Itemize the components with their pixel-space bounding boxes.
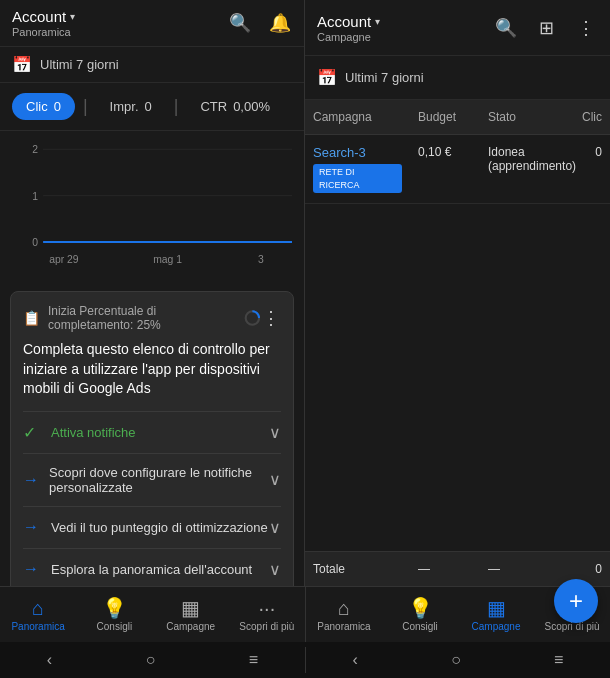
right-search-icon[interactable]: 🔍 <box>494 16 518 40</box>
nav-label-more: Scopri di più <box>239 621 294 632</box>
nav-label-consigli: Consigli <box>97 621 133 632</box>
svg-text:2: 2 <box>32 144 38 155</box>
checklist-item-label: Attiva notifiche <box>51 425 136 440</box>
td-clic: 0 <box>570 135 610 169</box>
right-more-icon[interactable]: ⋮ <box>574 16 598 40</box>
left-header-subtitle: Panoramica <box>12 26 75 38</box>
right-title-dropdown-icon[interactable]: ▾ <box>375 16 380 27</box>
tf-budget: — <box>410 552 480 586</box>
table-body: Search-3 RETE DI RICERCA 0,10 € Idonea (… <box>305 135 610 343</box>
bulb-icon: 💡 <box>102 598 127 618</box>
right-grid-icon[interactable]: ⊞ <box>534 16 558 40</box>
home-button-left[interactable]: ○ <box>130 647 172 673</box>
checklist-progress-label: Inizia Percentuale di completamento: 25% <box>48 304 236 332</box>
clic-metric[interactable]: Clic 0 <box>12 93 75 120</box>
left-date-label: Ultimi 7 giorni <box>40 57 119 72</box>
home-icon: ⌂ <box>32 598 44 618</box>
chart-svg: 2 1 0 apr 29 mag 1 3 <box>12 139 292 273</box>
grid-nav-icon-right: ▦ <box>487 598 506 618</box>
left-system-nav: ‹ ○ ≡ <box>0 647 305 673</box>
ctr-metric[interactable]: CTR 0,00% <box>186 93 284 120</box>
nav-label-campagne-right: Campagne <box>472 621 521 632</box>
left-date-selector[interactable]: 📅 Ultimi 7 giorni <box>12 55 119 74</box>
tf-label: Totale <box>305 552 410 586</box>
checklist-item-left: → Vedi il tuo punteggio di ottimizzazion… <box>23 518 269 536</box>
home-icon-right: ⌂ <box>338 598 350 618</box>
svg-text:mag 1: mag 1 <box>153 254 182 265</box>
list-item[interactable]: ✓ Attiva notifiche ∨ <box>23 411 281 453</box>
checklist-card: 📋 Inizia Percentuale di completamento: 2… <box>10 291 294 586</box>
tf-stato: — <box>480 552 570 586</box>
system-nav: ‹ ○ ≡ ‹ ○ ≡ <box>0 642 610 678</box>
left-header-title[interactable]: Account ▾ <box>12 8 75 25</box>
checklist-title: Completa questo elenco di controllo per … <box>23 340 281 399</box>
right-title-text: Account <box>317 13 371 30</box>
checklist-more-icon[interactable]: ⋮ <box>260 306 281 330</box>
left-nav: ⌂ Panoramica 💡 Consigli ▦ Campagne ··· S… <box>0 587 305 642</box>
metrics-row: Clic 0 | Impr. 0 | CTR 0,00% <box>0 83 304 131</box>
table-header: Campagna Budget Stato Clic <box>305 100 610 135</box>
menu-button-right[interactable]: ≡ <box>538 647 579 673</box>
clic-label: Clic <box>26 99 48 114</box>
bottom-nav: ⌂ Panoramica 💡 Consigli ▦ Campagne ··· S… <box>0 586 610 642</box>
nav-item-campagne-left[interactable]: ▦ Campagne <box>153 587 229 642</box>
arrow-right-icon: → <box>23 518 41 536</box>
th-clic: Clic <box>570 100 610 134</box>
left-bell-icon[interactable]: 🔔 <box>268 11 292 35</box>
th-stato: Stato <box>480 100 570 134</box>
nav-item-more-left[interactable]: ··· Scopri di più <box>229 587 305 642</box>
table-row[interactable]: Search-3 RETE DI RICERCA 0,10 € Idonea (… <box>305 135 610 204</box>
checklist-calendar-icon: 📋 <box>23 310 40 326</box>
nav-item-panoramica-right[interactable]: ⌂ Panoramica <box>306 587 382 642</box>
checklist-item-label: Vedi il tuo punteggio di ottimizzazione <box>51 520 268 535</box>
bulb-icon-right: 💡 <box>408 598 433 618</box>
checklist-header-left: 📋 Inizia Percentuale di completamento: 2… <box>23 304 260 332</box>
th-campagna: Campagna <box>305 100 410 134</box>
left-panel: Account ▾ Panoramica 🔍 🔔 📅 Ultimi 7 gior… <box>0 0 305 586</box>
menu-button-left[interactable]: ≡ <box>233 647 274 673</box>
right-date-label: Ultimi 7 giorni <box>345 70 424 85</box>
list-item[interactable]: → Scopri dove configurare le notifiche p… <box>23 453 281 506</box>
left-date-bar: 📅 Ultimi 7 giorni <box>0 47 304 83</box>
list-item[interactable]: → Vedi il tuo punteggio di ottimizzazion… <box>23 506 281 548</box>
home-button-right[interactable]: ○ <box>435 647 477 673</box>
checklist-items: ✓ Attiva notifiche ∨ → Scopri dove confi… <box>23 411 281 586</box>
nav-item-campagne-right[interactable]: ▦ Campagne <box>458 587 534 642</box>
nav-item-consigli-right[interactable]: 💡 Consigli <box>382 587 458 642</box>
impr-metric[interactable]: Impr. 0 <box>96 93 166 120</box>
back-button-right[interactable]: ‹ <box>337 647 374 673</box>
right-header-icons: 🔍 ⊞ ⋮ <box>494 16 598 40</box>
metric-divider-2: | <box>174 96 179 117</box>
progress-ring-icon <box>244 308 261 328</box>
list-item[interactable]: → Esplora la panoramica dell'account ∨ <box>23 548 281 586</box>
right-header-subtitle: Campagne <box>317 31 380 43</box>
td-budget: 0,10 € <box>410 135 480 169</box>
right-header: Account ▾ Campagne 🔍 ⊞ ⋮ <box>305 0 610 56</box>
nav-item-panoramica-left[interactable]: ⌂ Panoramica <box>0 587 76 642</box>
chart-area: 2 1 0 apr 29 mag 1 3 <box>0 131 304 281</box>
right-panel: Account ▾ Campagne 🔍 ⊞ ⋮ 📅 Ultimi 7 gior… <box>305 0 610 586</box>
impr-label: Impr. <box>110 99 139 114</box>
chevron-down-icon: ∨ <box>269 518 281 537</box>
chevron-down-icon: ∨ <box>269 470 281 489</box>
dots-icon: ··· <box>259 598 276 618</box>
ctr-value: 0,00% <box>233 99 270 114</box>
back-button-left[interactable]: ‹ <box>31 647 68 673</box>
grid-nav-icon: ▦ <box>181 598 200 618</box>
right-date-selector[interactable]: 📅 Ultimi 7 giorni <box>317 68 424 87</box>
nav-item-consigli-left[interactable]: 💡 Consigli <box>76 587 152 642</box>
checklist-item-left: → Scopri dove configurare le notifiche p… <box>23 465 269 495</box>
svg-text:0: 0 <box>32 237 38 248</box>
table-footer: Totale — — 0 <box>305 551 610 586</box>
arrow-right-icon: → <box>23 560 41 578</box>
campaign-name: Search-3 <box>313 145 402 160</box>
chevron-down-icon: ∨ <box>269 560 281 579</box>
right-header-title[interactable]: Account ▾ <box>317 13 380 30</box>
left-search-icon[interactable]: 🔍 <box>228 11 252 35</box>
clic-value: 0 <box>54 99 61 114</box>
nav-label-campagne: Campagne <box>166 621 215 632</box>
right-calendar-icon: 📅 <box>317 68 337 87</box>
left-title-dropdown-icon[interactable]: ▾ <box>70 11 75 22</box>
check-icon: ✓ <box>23 423 41 442</box>
td-stato: Idonea (apprendimento) <box>480 135 570 183</box>
